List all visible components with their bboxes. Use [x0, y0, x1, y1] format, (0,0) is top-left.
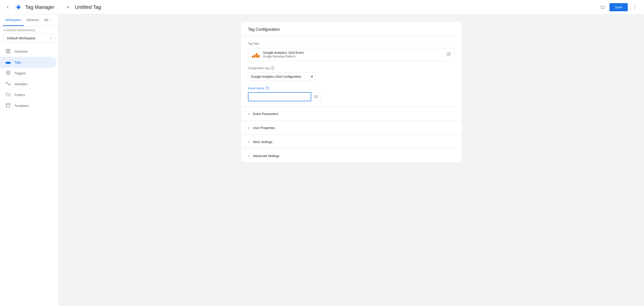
- ga4-bar-3: [256, 53, 258, 58]
- accordion-more-settings-header[interactable]: › More Settings: [241, 135, 462, 149]
- gtm-logo: [14, 3, 22, 11]
- workspace-name: Default Workspace: [7, 36, 36, 40]
- accordion-advanced-settings: › Advanced Settings: [241, 149, 462, 163]
- sidebar-item-label-variables: Variables: [14, 82, 27, 86]
- sidebar-item-templates[interactable]: Templates: [0, 100, 57, 111]
- back-button[interactable]: [4, 3, 12, 11]
- sidebar-item-label-folders: Folders: [14, 93, 25, 97]
- save-button[interactable]: Save: [610, 3, 628, 11]
- svg-rect-8: [6, 62, 10, 64]
- svg-rect-6: [6, 51, 8, 53]
- accordion-user-properties-header[interactable]: › User Properties: [241, 121, 462, 135]
- sidebar-item-label-overview: Overview: [14, 50, 28, 53]
- folders-icon: [6, 92, 11, 98]
- tag-type-selector[interactable]: Google Analytics: GA4 Event Google Marke…: [248, 48, 455, 61]
- accordion-event-parameters: › Event Parameters: [241, 107, 462, 121]
- svg-rect-11: [6, 82, 8, 83]
- ga4-icon: [252, 51, 260, 58]
- event-name-input-row: [248, 92, 455, 101]
- accordion-more-settings-title: More Settings: [253, 140, 272, 144]
- templates-icon: [6, 103, 11, 109]
- ga4-bar-1: [252, 56, 254, 58]
- tag-editor-header: × Untitled Tag Save ⋮: [59, 0, 644, 15]
- more-button[interactable]: ⋮: [630, 3, 638, 11]
- sidebar-item-variables[interactable]: Variables: [0, 79, 57, 89]
- accordion-event-parameters-title: Event Parameters: [253, 112, 278, 116]
- variable-icon: [314, 95, 318, 99]
- config-tag-dropdown[interactable]: None Google Analytics GA4 Configuration: [248, 72, 316, 81]
- svg-point-9: [6, 71, 10, 75]
- tag-type-platform: Google Marketing Platform: [263, 55, 443, 58]
- tag-type-label: Tag Type: [248, 42, 455, 45]
- sidebar-item-label-triggers: Triggers: [14, 71, 26, 75]
- sidebar-tabs: Workspace Versions Ad...: [0, 15, 58, 26]
- tab-versions[interactable]: Versions: [24, 15, 42, 26]
- sidebar-item-tags[interactable]: Tags: [0, 57, 57, 68]
- event-name-help-icon[interactable]: ?: [266, 86, 269, 90]
- event-name-label: Event Name ?: [248, 86, 455, 90]
- nav-list: Overview Tags Triggers Var: [0, 44, 58, 306]
- accordion-advanced-settings-header[interactable]: › Advanced Settings: [241, 149, 462, 163]
- accordion-event-parameters-header[interactable]: › Event Parameters: [241, 107, 462, 121]
- triggers-icon: [6, 70, 11, 76]
- sidebar-item-overview[interactable]: Overview: [0, 46, 57, 57]
- tag-config-body: Tag Type Google Analytics: GA4 Event Goo…: [241, 37, 462, 107]
- sidebar-header: Tag Manager: [0, 0, 59, 15]
- folder-icon: [600, 5, 605, 10]
- accordion-user-properties-title: User Properties: [253, 126, 275, 130]
- chevron-event-params-icon: ›: [248, 111, 249, 116]
- tag-type-info: Google Analytics: GA4 Event Google Marke…: [263, 51, 443, 58]
- content-area: Tag Configuration Tag Type Google An: [59, 15, 644, 306]
- variable-picker-button[interactable]: [311, 93, 321, 101]
- tag-card: Tag Configuration Tag Type Google An: [241, 22, 462, 163]
- tab-workspace[interactable]: Workspace: [3, 15, 24, 26]
- accordion-advanced-settings-title: Advanced Settings: [253, 154, 279, 158]
- chevron-user-props-icon: ›: [248, 125, 249, 130]
- svg-point-10: [7, 72, 9, 73]
- workspace-selector[interactable]: Default Workspace ›: [4, 34, 55, 43]
- tab-admin[interactable]: Ad...: [41, 15, 53, 26]
- sidebar-item-triggers[interactable]: Triggers: [0, 68, 57, 79]
- config-tag-label: Configuration Tag ?: [248, 66, 455, 70]
- svg-rect-12: [8, 84, 10, 85]
- workspace-label: CURRENT WORKSPACE: [4, 29, 55, 32]
- svg-rect-4: [6, 49, 8, 50]
- config-tag-help-icon[interactable]: ?: [270, 66, 274, 70]
- sidebar: Workspace Versions Ad... CURRENT WORKSPA…: [0, 15, 59, 306]
- event-name-input[interactable]: [248, 92, 311, 101]
- accordion-more-settings: › More Settings: [241, 135, 462, 149]
- svg-rect-7: [8, 51, 10, 53]
- sidebar-item-label-tags: Tags: [14, 61, 21, 64]
- variables-icon: [6, 81, 11, 87]
- workspace-chevron-icon: ›: [50, 36, 52, 40]
- svg-rect-13: [6, 103, 10, 107]
- config-tag-select: None Google Analytics GA4 Configuration …: [248, 72, 316, 81]
- ga4-bar-2: [254, 55, 256, 58]
- tag-title: Untitled Tag: [75, 4, 596, 10]
- ga4-bar-4: [258, 55, 260, 58]
- workspace-section: CURRENT WORKSPACE Default Workspace ›: [0, 26, 58, 44]
- sidebar-item-label-templates: Templates: [14, 104, 29, 108]
- overview-icon: [6, 49, 11, 55]
- accordion-user-properties: › User Properties: [241, 121, 462, 135]
- svg-rect-5: [8, 49, 10, 50]
- folder-button[interactable]: [599, 3, 607, 11]
- tag-config-title: Tag Configuration: [248, 27, 455, 32]
- chevron-more-settings-icon: ›: [248, 139, 249, 144]
- sidebar-item-folders[interactable]: Folders: [0, 89, 57, 100]
- app-title: Tag Manager: [25, 4, 54, 10]
- config-tag-section: Configuration Tag ? None Google Analytic…: [248, 66, 455, 81]
- tag-type-name: Google Analytics: GA4 Event: [263, 51, 443, 55]
- tag-config-header: Tag Configuration: [241, 22, 462, 36]
- close-button[interactable]: ×: [64, 3, 72, 11]
- event-name-section: Event Name ?: [248, 86, 455, 101]
- chevron-advanced-settings-icon: ›: [248, 154, 249, 158]
- edit-icon: [447, 52, 451, 57]
- tags-icon: [6, 60, 11, 65]
